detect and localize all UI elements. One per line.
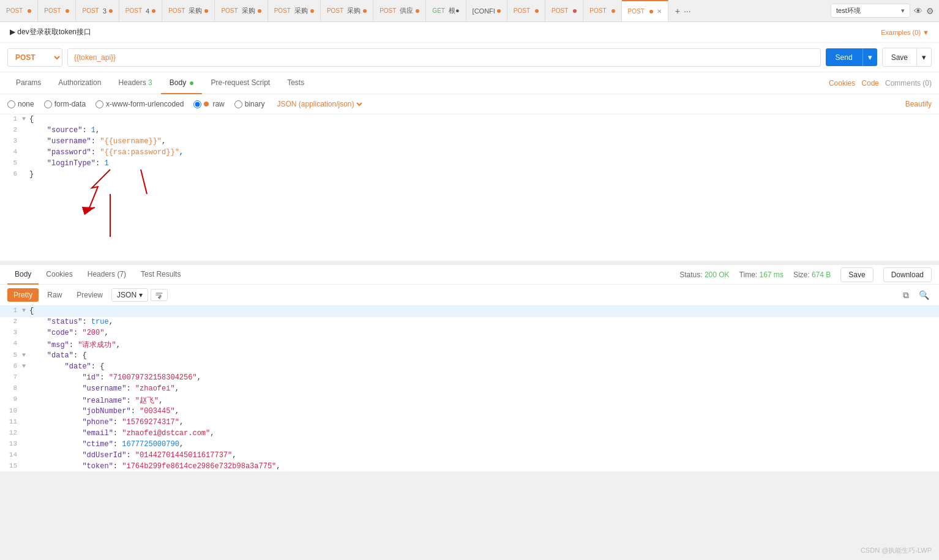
r-line-8: 8 "username": "zhaofei", bbox=[0, 384, 939, 395]
request-tab-get[interactable]: GET 根● bbox=[426, 0, 466, 22]
comments-link[interactable]: Comments (0) bbox=[885, 79, 932, 88]
code-link[interactable]: Code bbox=[861, 79, 879, 88]
response-tab-test-results[interactable]: Test Results bbox=[133, 265, 188, 285]
code-line-5: 5 "loginType": 1 bbox=[0, 159, 939, 170]
tab-dot bbox=[28, 9, 31, 13]
response-json-editor[interactable]: 1 ▼ { 2 "status": true, 3 "code": "200",… bbox=[0, 306, 939, 471]
r-line-10: 10 "jobNumber": "003445", bbox=[0, 406, 939, 417]
more-tabs-button[interactable]: ··· bbox=[682, 6, 693, 16]
tab-pre-request[interactable]: Pre-request Script bbox=[202, 72, 279, 94]
r-line-14: 14 "ddUserId": "01442701445011617737", bbox=[0, 450, 939, 461]
tab-label: 3 bbox=[103, 7, 107, 15]
json-format-select[interactable]: JSON (application/json) Text XML bbox=[274, 99, 364, 109]
request-tab-9[interactable]: POST 供应 bbox=[373, 0, 426, 22]
wrap-button[interactable] bbox=[151, 289, 168, 301]
radio-raw[interactable]: raw bbox=[193, 100, 224, 108]
send-button[interactable]: Send bbox=[826, 48, 862, 66]
r-line-1: 1 ▼ { bbox=[0, 306, 939, 317]
eye-icon[interactable]: 👁 bbox=[914, 6, 922, 16]
request-tab-confi[interactable]: [CONFI bbox=[466, 0, 507, 22]
tab-method: POST bbox=[44, 7, 61, 14]
url-input[interactable] bbox=[67, 48, 821, 67]
status-value: 200 OK bbox=[705, 271, 730, 279]
tab-method: POST bbox=[589, 7, 606, 14]
raw-dot bbox=[204, 102, 209, 106]
tab-body[interactable]: Body bbox=[161, 72, 203, 94]
environment-label: test环境 bbox=[836, 6, 861, 15]
tab-params[interactable]: Params bbox=[7, 72, 50, 94]
request-tab-1[interactable]: POST bbox=[0, 0, 38, 22]
radio-urlencoded[interactable]: x-www-form-urlencoded bbox=[95, 100, 184, 108]
request-tab-2[interactable]: POST bbox=[38, 0, 76, 22]
tab-dot bbox=[535, 9, 539, 13]
tab-method: POST bbox=[514, 7, 530, 14]
r-line-3: 3 "code": "200", bbox=[0, 328, 939, 339]
response-tab-body[interactable]: Body bbox=[7, 265, 39, 285]
request-tab-6[interactable]: POST 采购 bbox=[215, 0, 267, 22]
settings-icon[interactable]: ⚙ bbox=[926, 6, 934, 16]
tab-dot bbox=[109, 9, 113, 13]
subtab-preview[interactable]: Preview bbox=[70, 288, 109, 302]
radio-none[interactable]: none bbox=[7, 100, 34, 108]
tab-method: POST bbox=[628, 8, 645, 15]
tab-label: 采购 bbox=[189, 6, 202, 15]
download-button[interactable]: Download bbox=[883, 267, 932, 282]
time-value: 167 ms bbox=[760, 271, 784, 279]
request-tab-3[interactable]: POST 3 bbox=[76, 0, 119, 22]
tab-method: POST bbox=[552, 7, 568, 14]
tab-dot bbox=[310, 9, 314, 13]
save-dropdown-button[interactable]: ▾ bbox=[917, 48, 932, 67]
json-format-dropdown[interactable]: JSON ▾ bbox=[111, 288, 148, 302]
search-response-button[interactable]: 🔍 bbox=[916, 289, 932, 302]
subtab-raw[interactable]: Raw bbox=[41, 288, 68, 302]
tab-headers[interactable]: Headers 3 bbox=[110, 72, 160, 94]
request-tab-active[interactable]: POST ✕ bbox=[622, 0, 668, 22]
beautify-button[interactable]: Beautify bbox=[905, 100, 932, 108]
tab-method: POST bbox=[6, 7, 23, 14]
r-line-12: 12 "email": "zhaofei@dstcar.com", bbox=[0, 428, 939, 439]
r-line-9: 9 "realname": "赵飞", bbox=[0, 395, 939, 406]
request-tab-13[interactable]: POST bbox=[583, 0, 621, 22]
request-body-editor[interactable]: 1 ▼ { 2 "source": 1, 3 "username": "{{us… bbox=[0, 114, 939, 261]
breadcrumb: ▶ dev登录获取token接口 Examples (0) ▼ bbox=[0, 22, 939, 43]
method-selector[interactable]: POST GET PUT DELETE bbox=[7, 48, 62, 67]
tab-close-button[interactable]: ✕ bbox=[657, 8, 662, 15]
tab-method: POST bbox=[82, 7, 99, 14]
tab-authorization[interactable]: Authorization bbox=[50, 72, 110, 94]
request-right-actions: Cookies Code Comments (0) bbox=[829, 79, 932, 88]
r-line-2: 2 "status": true, bbox=[0, 317, 939, 328]
request-tab-12[interactable]: POST bbox=[545, 0, 583, 22]
tab-dot bbox=[65, 9, 69, 13]
send-dropdown-button[interactable]: ▾ bbox=[862, 48, 877, 66]
request-tab-7[interactable]: POST 采购 bbox=[268, 0, 321, 22]
request-tab-8[interactable]: POST 采购 bbox=[321, 0, 373, 22]
request-tab-5[interactable]: POST 采购 bbox=[162, 0, 215, 22]
tab-label: 采购 bbox=[242, 6, 255, 15]
tab-method: POST bbox=[327, 7, 343, 14]
save-button[interactable]: Save bbox=[882, 48, 917, 67]
radio-binary[interactable]: binary bbox=[234, 100, 265, 108]
subtab-pretty[interactable]: Pretty bbox=[7, 288, 39, 302]
copy-response-button[interactable]: ⧉ bbox=[900, 289, 911, 302]
code-line-1: 1 ▼ { bbox=[0, 114, 939, 125]
status-label: Status: 200 OK bbox=[679, 271, 729, 279]
r-line-13: 13 "ctime": 1677725000790, bbox=[0, 439, 939, 450]
response-tab-cookies[interactable]: Cookies bbox=[39, 265, 80, 285]
examples-link[interactable]: Examples (0) ▼ bbox=[881, 29, 929, 36]
tab-method: POST bbox=[221, 7, 238, 14]
tab-method: POST bbox=[168, 7, 185, 14]
url-bar: POST GET PUT DELETE Send ▾ Save ▾ bbox=[0, 43, 939, 72]
radio-formdata[interactable]: form-data bbox=[44, 100, 86, 108]
r-line-4: 4 "msg": "请求成功", bbox=[0, 339, 939, 351]
response-save-button[interactable]: Save bbox=[840, 267, 873, 282]
code-line-4: 4 "password": "{{rsa:password}}", bbox=[0, 147, 939, 159]
add-tab-button[interactable]: + bbox=[673, 6, 682, 16]
response-tab-headers[interactable]: Headers (7) bbox=[80, 265, 133, 285]
cookies-link[interactable]: Cookies bbox=[829, 79, 855, 88]
environment-selector[interactable]: test环境 ▾ bbox=[831, 4, 910, 18]
tab-dot bbox=[612, 9, 615, 13]
tab-tests[interactable]: Tests bbox=[279, 72, 313, 94]
request-tab-11[interactable]: POST bbox=[507, 0, 545, 22]
response-status-bar: Status: 200 OK Time: 167 ms Size: 674 B … bbox=[679, 267, 932, 282]
request-tab-4[interactable]: POST 4 bbox=[119, 0, 162, 22]
